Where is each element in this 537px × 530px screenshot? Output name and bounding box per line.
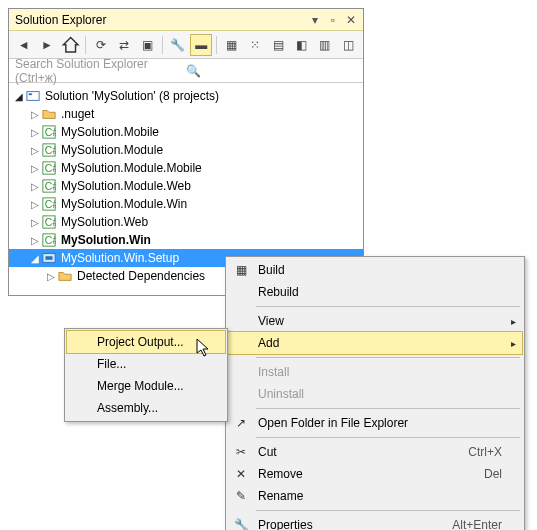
tree-item-module-mobile[interactable]: ▷ C# MySolution.Module.Mobile	[9, 159, 363, 177]
tree-item-win[interactable]: ▷ C# MySolution.Win	[9, 231, 363, 249]
tree-item-module-web[interactable]: ▷ C# MySolution.Module.Web	[9, 177, 363, 195]
ctx-open-folder[interactable]: ↗ Open Folder in File Explorer	[228, 412, 522, 434]
tree-item-web[interactable]: ▷ C# MySolution.Web	[9, 213, 363, 231]
csproj-icon: C#	[41, 160, 57, 176]
ctx-rebuild[interactable]: Rebuild	[228, 281, 522, 303]
tb-icon-1[interactable]: ▦	[221, 34, 242, 56]
open-folder-icon: ↗	[232, 414, 250, 432]
show-all-button[interactable]: ▬	[190, 34, 211, 56]
svg-text:C#: C#	[45, 180, 56, 192]
context-submenu-add: Project Output... File... Merge Module..…	[64, 328, 228, 422]
tb-icon-2[interactable]: ⁙	[244, 34, 265, 56]
tree-item-module[interactable]: ▷ C# MySolution.Module	[9, 141, 363, 159]
setup-project-icon	[41, 250, 57, 266]
build-icon: ▦	[232, 261, 250, 279]
tree-solution-root[interactable]: ◢ Solution 'MySolution' (8 projects)	[9, 87, 363, 105]
tree-item-mobile[interactable]: ▷ C# MySolution.Mobile	[9, 123, 363, 141]
ctx-add-project-output[interactable]: Project Output...	[67, 331, 225, 353]
tb-icon-6[interactable]: ◫	[338, 34, 359, 56]
tree-item-nuget[interactable]: ▷ .nuget	[9, 105, 363, 123]
ctx-properties[interactable]: 🔧 Properties Alt+Enter	[228, 514, 522, 530]
ctx-view[interactable]: View	[228, 310, 522, 332]
svg-text:C#: C#	[45, 216, 56, 228]
wrench-icon: 🔧	[232, 516, 250, 530]
csproj-icon: C#	[41, 124, 57, 140]
close-icon[interactable]: ✕	[343, 12, 359, 28]
toolbar: ◄ ► ⟳ ⇄ ▣ 🔧 ▬ ▦ ⁙ ▤ ◧ ▥ ◫	[9, 31, 363, 59]
home-button[interactable]	[60, 34, 81, 56]
dropdown-icon[interactable]: ▾	[307, 12, 323, 28]
tree-item-module-win[interactable]: ▷ C# MySolution.Module.Win	[9, 195, 363, 213]
rename-icon: ✎	[232, 487, 250, 505]
csproj-icon: C#	[41, 232, 57, 248]
svg-rect-1	[29, 93, 33, 95]
tb-icon-4[interactable]: ◧	[291, 34, 312, 56]
svg-text:C#: C#	[45, 144, 56, 156]
search-box[interactable]: Search Solution Explorer (Ctrl+ж) 🔍	[9, 59, 363, 83]
ctx-add[interactable]: Add	[228, 332, 522, 354]
svg-text:C#: C#	[45, 234, 56, 246]
tb-icon-3[interactable]: ▤	[268, 34, 289, 56]
refresh-button[interactable]: ⇄	[113, 34, 134, 56]
back-button[interactable]: ◄	[13, 34, 34, 56]
ctx-install: Install	[228, 361, 522, 383]
ctx-add-merge-module[interactable]: Merge Module...	[67, 375, 225, 397]
solution-explorer-panel: Solution Explorer ▾ ▫ ✕ ◄ ► ⟳ ⇄ ▣ 🔧 ▬ ▦ …	[8, 8, 364, 296]
svg-text:C#: C#	[45, 198, 56, 210]
ctx-cut[interactable]: ✂ Cut Ctrl+X	[228, 441, 522, 463]
collapse-button[interactable]: ▣	[137, 34, 158, 56]
folder-icon	[41, 106, 57, 122]
search-placeholder: Search Solution Explorer (Ctrl+ж)	[15, 57, 186, 85]
panel-title: Solution Explorer	[13, 13, 305, 27]
folder-icon	[57, 268, 73, 284]
ctx-uninstall: Uninstall	[228, 383, 522, 405]
svg-rect-17	[46, 256, 53, 260]
svg-text:C#: C#	[45, 162, 56, 174]
csproj-icon: C#	[41, 214, 57, 230]
ctx-rename[interactable]: ✎ Rename	[228, 485, 522, 507]
forward-button[interactable]: ►	[36, 34, 57, 56]
csproj-icon: C#	[41, 196, 57, 212]
remove-icon: ✕	[232, 465, 250, 483]
csproj-icon: C#	[41, 178, 57, 194]
svg-rect-0	[27, 92, 39, 101]
ctx-build[interactable]: ▦ Build	[228, 259, 522, 281]
svg-text:C#: C#	[45, 126, 56, 138]
sync-button[interactable]: ⟳	[90, 34, 111, 56]
ctx-add-assembly[interactable]: Assembly...	[67, 397, 225, 419]
solution-icon	[25, 88, 41, 104]
ctx-remove[interactable]: ✕ Remove Del	[228, 463, 522, 485]
panel-title-bar: Solution Explorer ▾ ▫ ✕	[9, 9, 363, 31]
cut-icon: ✂	[232, 443, 250, 461]
ctx-add-file[interactable]: File...	[67, 353, 225, 375]
csproj-icon: C#	[41, 142, 57, 158]
properties-button[interactable]: 🔧	[167, 34, 188, 56]
tb-icon-5[interactable]: ▥	[314, 34, 335, 56]
search-icon: 🔍	[186, 64, 357, 78]
context-menu: ▦ Build Rebuild View Add Install Uninsta…	[225, 256, 525, 530]
pin-icon[interactable]: ▫	[325, 12, 341, 28]
